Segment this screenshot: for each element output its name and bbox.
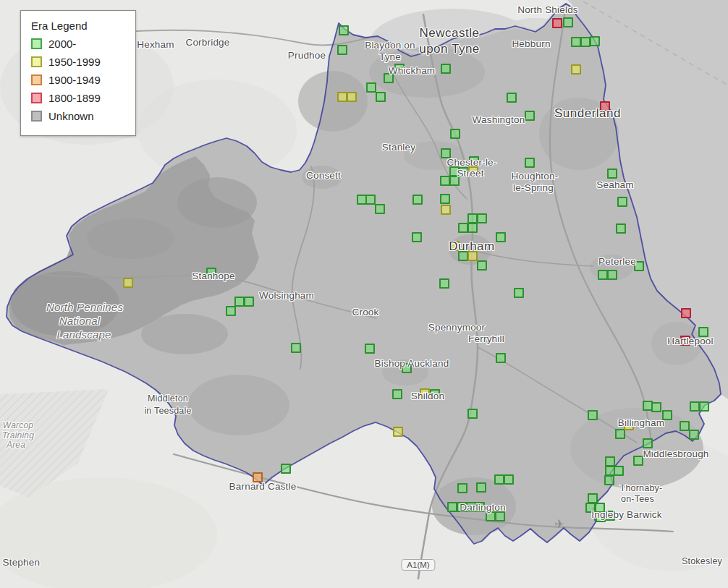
marker-e2000[interactable]: [496, 232, 506, 242]
marker-e2000[interactable]: [607, 169, 617, 179]
marker-e2000[interactable]: [607, 270, 617, 280]
marker-e2000[interactable]: [514, 288, 524, 298]
road-shield-a1m: A1(M): [401, 559, 435, 571]
marker-e2000[interactable]: [680, 421, 690, 431]
legend-row-e1800: 1800-1899: [31, 92, 127, 104]
marker-e2000[interactable]: [337, 45, 347, 55]
place-label-training: Training: [2, 430, 34, 440]
marker-e2000[interactable]: [467, 213, 478, 223]
marker-e2000[interactable]: [616, 223, 626, 234]
marker-e2000[interactable]: [234, 297, 245, 307]
marker-e2000[interactable]: [598, 270, 608, 280]
marker-e2000[interactable]: [496, 353, 506, 363]
marker-e2000[interactable]: [467, 223, 478, 233]
marker-e1950[interactable]: [123, 278, 133, 288]
legend-label-e2000: 2000-: [48, 38, 76, 50]
place-label-ferryhill: Ferryhill: [468, 333, 504, 344]
marker-e2000[interactable]: [486, 511, 496, 521]
marker-e2000[interactable]: [458, 223, 468, 233]
map-canvas[interactable]: North ShieldsNewcastleupon TyneHexhamCor…: [0, 0, 728, 588]
place-label-wolsingham: Wolsingham: [259, 290, 314, 301]
marker-e2000[interactable]: [525, 158, 535, 168]
marker-e2000[interactable]: [477, 260, 487, 270]
marker-e2000[interactable]: [467, 409, 478, 419]
marker-e2000[interactable]: [504, 474, 514, 485]
marker-e2000[interactable]: [376, 92, 386, 102]
marker-e2000[interactable]: [580, 37, 591, 47]
marker-e2000[interactable]: [563, 17, 573, 27]
marker-e2000[interactable]: [366, 82, 376, 93]
marker-e2000[interactable]: [605, 456, 615, 466]
marker-e2000[interactable]: [604, 475, 614, 485]
marker-e1950[interactable]: [347, 92, 357, 102]
legend-swatch-e1800: [31, 93, 42, 103]
marker-e2000[interactable]: [291, 343, 301, 353]
marker-e2000[interactable]: [477, 213, 487, 223]
marker-e1950[interactable]: [441, 205, 451, 215]
marker-e2000[interactable]: [412, 195, 423, 205]
marker-e2000[interactable]: [614, 466, 624, 476]
marker-e1800[interactable]: [552, 18, 562, 28]
marker-e2000[interactable]: [457, 483, 467, 493]
marker-e2000[interactable]: [226, 306, 236, 316]
legend-title: Era Legend: [31, 20, 127, 32]
marker-e2000[interactable]: [651, 402, 661, 412]
place-label-prudhoe: Prudhoe: [288, 50, 326, 61]
marker-e2000[interactable]: [494, 474, 504, 485]
legend-swatch-eunknown: [31, 111, 42, 122]
place-label-washington: Washington: [473, 114, 525, 125]
marker-e1950[interactable]: [571, 64, 581, 74]
marker-e2000[interactable]: [339, 25, 349, 35]
place-label-sunderland: Sunderland: [554, 106, 621, 121]
marker-e1950[interactable]: [337, 92, 347, 102]
place-label-upon-tyne: upon Tyne: [419, 42, 480, 56]
marker-e2000[interactable]: [244, 297, 254, 307]
marker-e2000[interactable]: [507, 93, 517, 103]
place-label-whickham: Whickham: [389, 65, 436, 76]
legend-row-e2000: 2000-: [31, 38, 127, 50]
marker-e2000[interactable]: [447, 502, 457, 512]
marker-e2000[interactable]: [525, 111, 535, 121]
marker-e2000[interactable]: [440, 194, 450, 204]
marker-e2000[interactable]: [590, 36, 600, 46]
place-label-crook: Crook: [352, 307, 378, 318]
marker-e2000[interactable]: [365, 195, 376, 205]
place-label-in-teesdale: in Teesdale: [144, 406, 191, 416]
marker-e2000[interactable]: [440, 176, 450, 186]
place-label-durham: Durham: [449, 239, 494, 254]
place-label-north-pennines: North Pennines: [46, 301, 123, 313]
marker-e2000[interactable]: [495, 511, 505, 521]
place-label-corbridge: Corbridge: [185, 37, 229, 48]
place-label-peterlee: Peterlee: [598, 256, 636, 267]
marker-e1800[interactable]: [681, 308, 691, 318]
marker-e1950[interactable]: [393, 427, 403, 437]
place-label-thornaby-: Thornaby-: [620, 483, 663, 493]
marker-e2000[interactable]: [617, 197, 627, 207]
marker-e2000[interactable]: [281, 464, 291, 474]
marker-e2000[interactable]: [375, 204, 385, 214]
marker-e2000[interactable]: [689, 430, 699, 440]
legend-swatch-e1950: [31, 56, 42, 67]
marker-e2000[interactable]: [441, 64, 451, 74]
marker-e2000[interactable]: [615, 429, 625, 439]
marker-e2000[interactable]: [699, 401, 709, 412]
place-label-stokesley: Stokesley: [682, 556, 722, 566]
place-label-hartlepool: Hartlepool: [667, 336, 714, 346]
marker-e2000[interactable]: [588, 493, 598, 503]
marker-e2000[interactable]: [439, 278, 449, 289]
place-label-shildon: Shildon: [411, 391, 444, 401]
legend-label-e1950: 1950-1999: [48, 56, 101, 68]
marker-e2000[interactable]: [365, 344, 375, 354]
place-label-stanhope: Stanhope: [192, 270, 234, 281]
marker-e2000[interactable]: [412, 232, 422, 242]
marker-e2000[interactable]: [633, 456, 643, 466]
marker-e2000[interactable]: [643, 438, 653, 448]
marker-e2000[interactable]: [392, 389, 402, 399]
marker-e2000[interactable]: [450, 129, 460, 139]
marker-e2000[interactable]: [690, 401, 700, 412]
marker-e2000[interactable]: [571, 37, 581, 47]
marker-e2000[interactable]: [588, 410, 598, 420]
marker-e2000[interactable]: [476, 482, 486, 493]
place-label-middleton: Middleton: [148, 393, 188, 404]
place-label-chester-le-: Chester-le-: [447, 157, 497, 168]
